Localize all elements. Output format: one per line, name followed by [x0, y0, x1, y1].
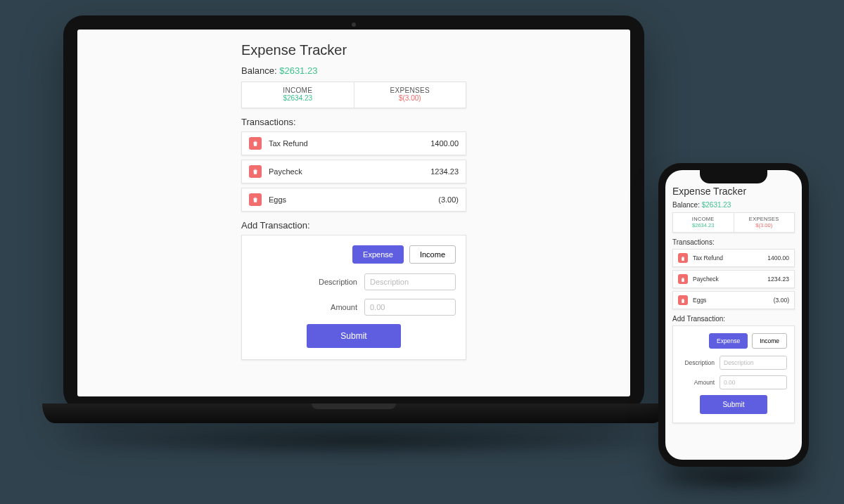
laptop-base [42, 403, 665, 423]
trash-icon [680, 253, 686, 264]
description-label: Description [684, 359, 715, 366]
income-value: $2634.23 [242, 94, 354, 102]
delete-transaction-button[interactable] [678, 253, 688, 263]
phone-notch [700, 169, 767, 183]
expenses-summary: EXPENSES $(3.00) [734, 213, 795, 232]
income-toggle-button[interactable]: Income [409, 245, 456, 264]
transaction-description: Eggs [269, 195, 438, 204]
expenses-value: $(3.00) [734, 222, 795, 228]
balance-value: $2631.23 [702, 201, 731, 209]
transaction-description: Eggs [693, 297, 774, 304]
income-toggle-button[interactable]: Income [752, 333, 787, 349]
trash-icon [252, 138, 259, 149]
page-title: Expense Tracker [241, 42, 466, 58]
delete-transaction-button[interactable] [249, 165, 262, 178]
delete-transaction-button[interactable] [249, 193, 262, 206]
expenses-label: EXPENSES [734, 216, 795, 222]
delete-transaction-button[interactable] [678, 295, 688, 305]
income-summary: INCOME $2634.23 [242, 82, 354, 108]
description-label: Description [319, 278, 357, 286]
amount-input[interactable] [364, 299, 456, 316]
summary-card: INCOME $2634.23 EXPENSES $(3.00) [241, 82, 466, 108]
transaction-row: Paycheck 1234.23 [672, 270, 795, 288]
laptop-camera [352, 22, 356, 27]
transaction-amount: (3.00) [438, 195, 459, 204]
income-summary: INCOME $2634.23 [673, 213, 734, 232]
income-value: $2634.23 [673, 222, 734, 228]
transaction-description: Paycheck [269, 167, 430, 176]
add-transaction-heading: Add Transaction: [672, 315, 795, 323]
expense-toggle-button[interactable]: Expense [352, 245, 404, 264]
transaction-description: Tax Refund [693, 254, 767, 261]
trash-icon [680, 295, 686, 306]
transaction-amount: 1400.00 [767, 254, 789, 261]
income-label: INCOME [242, 86, 354, 94]
balance-value: $2631.23 [279, 65, 317, 76]
laptop-screen: Expense Tracker Balance: $2631.23 INCOME… [77, 30, 630, 396]
balance-label: Balance: [672, 201, 702, 209]
description-input[interactable] [364, 273, 456, 290]
expense-tracker-app-desktop: Expense Tracker Balance: $2631.23 INCOME… [241, 42, 466, 360]
expense-toggle-button[interactable]: Expense [709, 333, 748, 349]
add-transaction-heading: Add Transaction: [241, 220, 466, 231]
transaction-row: Eggs (3.00) [241, 188, 466, 212]
type-toggle: Expense Income [680, 333, 787, 349]
balance-label: Balance: [241, 65, 279, 76]
laptop-shadow [49, 423, 668, 458]
balance-line: Balance: $2631.23 [672, 201, 795, 209]
description-row: Description [252, 273, 456, 290]
expenses-label: EXPENSES [354, 86, 466, 94]
amount-row: Amount [680, 375, 787, 389]
trash-icon [680, 274, 686, 285]
summary-card: INCOME $2634.23 EXPENSES $(3.00) [672, 212, 795, 233]
expense-tracker-app-mobile: Expense Tracker Balance: $2631.23 INCOME… [672, 186, 795, 423]
amount-label: Amount [694, 379, 715, 386]
phone-shadow [651, 463, 816, 493]
trash-icon [252, 195, 259, 205]
add-transaction-card: Expense Income Description Amount Submit [241, 235, 466, 360]
transactions-heading: Transactions: [241, 117, 466, 127]
expenses-summary: EXPENSES $(3.00) [354, 82, 466, 108]
transaction-row: Eggs (3.00) [672, 291, 795, 309]
transaction-amount: 1234.23 [430, 167, 459, 176]
amount-label: Amount [331, 303, 357, 311]
laptop-frame: Expense Tracker Balance: $2631.23 INCOME… [63, 15, 644, 411]
submit-button[interactable]: Submit [307, 324, 400, 348]
expenses-value: $(3.00) [354, 94, 466, 102]
transaction-row: Tax Refund 1400.00 [672, 249, 795, 267]
income-label: INCOME [673, 216, 734, 222]
description-row: Description [680, 356, 787, 370]
transactions-heading: Transactions: [672, 238, 795, 246]
transaction-row: Tax Refund 1400.00 [241, 131, 466, 155]
transaction-amount: 1234.23 [767, 276, 789, 283]
phone-screen: Expense Tracker Balance: $2631.23 INCOME… [665, 170, 802, 460]
transaction-amount: (3.00) [774, 297, 789, 304]
amount-input[interactable] [720, 375, 787, 389]
type-toggle: Expense Income [252, 245, 456, 264]
delete-transaction-button[interactable] [678, 274, 688, 284]
page-title: Expense Tracker [672, 186, 795, 197]
amount-row: Amount [252, 299, 456, 316]
add-transaction-card: Expense Income Description Amount Submit [672, 325, 795, 423]
delete-transaction-button[interactable] [249, 137, 262, 150]
transaction-amount: 1400.00 [430, 139, 459, 148]
balance-line: Balance: $2631.23 [241, 65, 466, 76]
phone-frame: Expense Tracker Balance: $2631.23 INCOME… [658, 163, 809, 467]
transaction-description: Paycheck [693, 276, 767, 283]
transaction-description: Tax Refund [269, 139, 430, 148]
trash-icon [252, 167, 259, 177]
transaction-row: Paycheck 1234.23 [241, 160, 466, 183]
description-input[interactable] [720, 356, 787, 370]
submit-button[interactable]: Submit [700, 395, 767, 414]
